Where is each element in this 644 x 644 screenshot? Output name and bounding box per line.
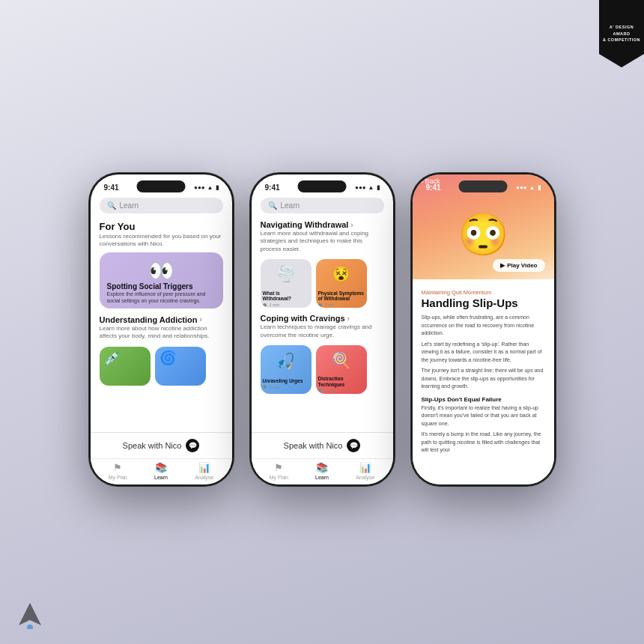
phone1-card2[interactable]: 🌀 <box>155 347 206 386</box>
award-badge: A' DESIGNAWARD& COMPETITION <box>599 0 644 67</box>
phone1-mini-cards-row: 💉 🌀 <box>91 344 232 389</box>
phone2-nav-analyse-icon: 📊 <box>359 462 371 473</box>
phone3-play-label: Play Video <box>507 262 537 269</box>
phone2-search-text: Learn <box>281 201 300 210</box>
phone1-feature-title: Spotting Social Triggers <box>107 282 216 291</box>
signal-icon: ●●● <box>194 184 205 191</box>
phone1-section1-title: For You <box>91 218 232 233</box>
phone2-card1-label: What is Withdrawal? <box>261 289 312 303</box>
phone3-play-icon: ▶ <box>500 262 505 269</box>
phone2-speak-label: Speak with Nico <box>284 441 343 450</box>
phone1-time: 9:41 <box>104 183 119 192</box>
phone1-search-text: Learn <box>120 201 139 210</box>
phone2-card3-img: 🎣 <box>261 345 312 377</box>
phone2-card4-label: Distraction Techniques <box>316 374 367 388</box>
phone1-speak-label: Speak with Nico <box>123 441 182 450</box>
phone2-section1-link[interactable]: Navigating Withdrawal › <box>252 218 393 230</box>
p2-battery-icon: ▮ <box>377 184 380 191</box>
phone3-back-arrow: ‹ <box>422 177 424 185</box>
battery-icon: ▮ <box>216 184 219 191</box>
phone2-withdrawal-cards: 🌪️ What is Withdrawal? 2 min 😵 Physical … <box>252 257 393 312</box>
phone1-nav-analyse-icon: 📊 <box>198 462 210 473</box>
phone2-section2-subtitle: Learn techniques to manage cravings and … <box>252 323 393 343</box>
phone3-body4: Firstly, it's important to realize that … <box>422 404 545 431</box>
phone1-feature-card[interactable]: 👀 Spotting Social Triggers Explore the i… <box>100 252 223 309</box>
phone2-speak-icon: 💬 <box>347 439 360 452</box>
phone1-nav-learn[interactable]: 📚 Learn <box>148 462 174 480</box>
phone1-speak-bar[interactable]: Speak with Nico 💬 <box>91 432 232 458</box>
phone1-nav-plan[interactable]: ⚑ My Plan <box>105 462 131 480</box>
phone1-nav-learn-label: Learn <box>154 475 168 480</box>
phone2-card4-time: 1 min <box>316 388 367 394</box>
phone1-nav-analyse-label: Analyse <box>195 475 213 480</box>
phone2-notch <box>298 180 347 192</box>
phone3-body5: It's merely a bump in the road. Like any… <box>422 431 545 458</box>
phone1-section2-title: Understanding Addiction <box>100 315 198 324</box>
phone2-search-bar[interactable]: 🔍 Learn <box>261 198 384 213</box>
phone2-card3-label: Unraveling Urges <box>261 377 312 384</box>
phone1-card1-emoji: 💉 <box>104 350 121 366</box>
p3-signal-icon: ●●● <box>516 184 527 191</box>
phone2-section2-title: Coping with Cravings <box>261 314 345 323</box>
phone1-section2-link[interactable]: Understanding Addiction › <box>91 313 232 325</box>
wifi-icon: ▲ <box>207 184 213 191</box>
phones-container: 9:41 ●●● ▲ ▮ 🔍 Learn For You Lessons rec… <box>88 172 556 487</box>
phone3-hero-emoji: 😳 <box>458 210 509 259</box>
phone2-search-icon: 🔍 <box>268 201 277 210</box>
phone3-body1: Slip-ups, while often frustrating, are a… <box>422 314 545 341</box>
phone1-section2-arrow: › <box>199 315 201 323</box>
phone1-nav-plan-label: My Plan <box>109 475 127 480</box>
phone2-nav-learn-label: Learn <box>315 475 329 480</box>
p2-wifi-icon: ▲ <box>368 184 374 191</box>
phone3-body2: Let's start by redefining a 'slip-up'. R… <box>422 341 545 368</box>
phone1-speak-icon: 💬 <box>186 439 199 452</box>
p3-wifi-icon: ▲ <box>529 184 535 191</box>
phone2-nav-analyse-label: Analyse <box>356 475 374 480</box>
phone3-article-content: Maintaining Quit Momentum Handling Slip-… <box>413 279 554 484</box>
phone2-card1[interactable]: 🌪️ What is Withdrawal? 2 min <box>261 259 312 308</box>
phone2-section1-subtitle: Learn more about withdrawal and coping s… <box>252 230 393 257</box>
phone2-status-icons: ●●● ▲ ▮ <box>355 184 379 191</box>
p2-signal-icon: ●●● <box>355 184 366 191</box>
phone2-card3[interactable]: 🎣 Unraveling Urges 2 min <box>261 345 312 394</box>
phone3-status-icons: ●●● ▲ ▮ <box>516 184 540 191</box>
phone1-feature-subtitle: Explore the influence of peer pressure a… <box>107 291 216 304</box>
phone2-cravings-cards: 🎣 Unraveling Urges 2 min 🍭 Distraction T… <box>252 343 393 398</box>
phone1-section1-subtitle: Lessons recommended for you based on you… <box>91 233 232 252</box>
phone3-play-btn[interactable]: ▶ Play Video <box>493 259 544 272</box>
phone2-nav-learn[interactable]: 📚 Learn <box>309 462 335 480</box>
phone3-category: Maintaining Quit Momentum <box>422 285 545 297</box>
phone2-section1-title: Navigating Withdrawal <box>261 220 349 229</box>
phone2: 9:41 ●●● ▲ ▮ 🔍 Learn Navigating Withdraw… <box>249 172 395 487</box>
phone2-card1-img: 🌪️ <box>261 259 312 288</box>
phone2-card2-time: 2 min <box>316 302 367 308</box>
phone2-speak-bar[interactable]: Speak with Nico 💬 <box>252 432 393 458</box>
phone1-nav-plan-icon: ⚑ <box>113 462 122 473</box>
phone2-card2[interactable]: 😵 Physical Symptoms of Withdrawal 2 min <box>316 259 367 308</box>
phone1-search-bar[interactable]: 🔍 Learn <box>100 198 223 213</box>
phone3-back-btn[interactable]: ‹ Back <box>422 177 440 185</box>
phone2-time: 9:41 <box>265 183 280 192</box>
phone3-body3: The journey isn't a straight line; there… <box>422 367 545 394</box>
award-text: A' DESIGNAWARD& COMPETITION <box>603 24 640 43</box>
phone2-card4[interactable]: 🍭 Distraction Techniques 1 min <box>316 345 367 394</box>
phone3: 9:41 ●●● ▲ ▮ ‹ Back 😳 ▶ Pla <box>410 172 556 487</box>
phone2-nav-analyse[interactable]: 📊 Analyse <box>352 462 378 480</box>
phone2-card3-time: 2 min <box>261 384 312 390</box>
phone2-nav-learn-icon: 📚 <box>316 462 328 473</box>
phone1-card1[interactable]: 💉 <box>100 347 151 386</box>
phone2-section2-arrow: › <box>347 315 350 323</box>
phone3-notch <box>459 180 508 192</box>
svg-point-0 <box>27 625 33 629</box>
p3-battery-icon: ▮ <box>538 184 541 191</box>
phone1-notch <box>137 180 186 192</box>
phone2-section2-link[interactable]: Coping with Cravings › <box>252 312 393 323</box>
phone1-nav-analyse[interactable]: 📊 Analyse <box>191 462 217 480</box>
phone1-bottom-nav: ⚑ My Plan 📚 Learn 📊 Analyse <box>91 458 232 484</box>
logo <box>15 599 45 629</box>
phone3-back-label: Back <box>425 177 440 185</box>
phone2-nav-plan[interactable]: ⚑ My Plan <box>266 462 292 480</box>
phone1-feature-emoji: 👀 <box>148 258 174 283</box>
phone2-nav-plan-icon: ⚑ <box>274 462 283 473</box>
phone1: 9:41 ●●● ▲ ▮ 🔍 Learn For You Lessons rec… <box>88 172 234 487</box>
